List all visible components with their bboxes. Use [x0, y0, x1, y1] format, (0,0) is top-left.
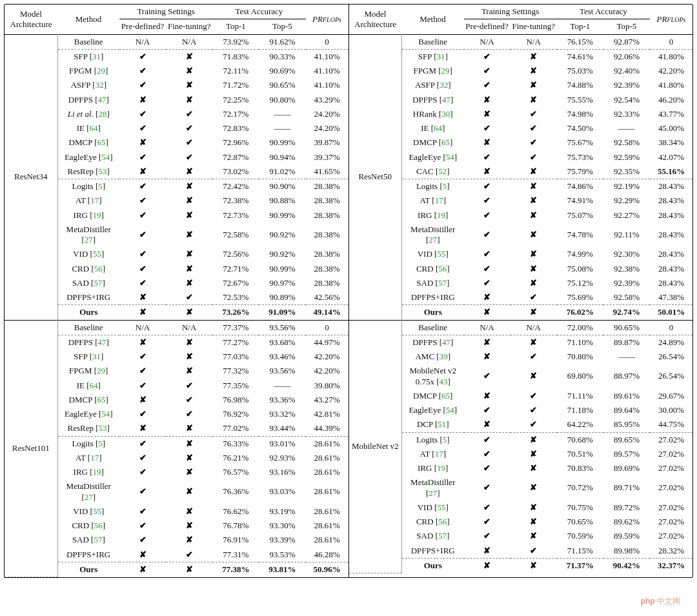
cell-top5: 93.46%: [259, 350, 305, 364]
cell-top1: 71.72%: [212, 78, 259, 92]
cell-prflops: 28.38%: [306, 179, 348, 194]
cell-finetune: ✘: [510, 223, 557, 248]
cell-top1: 72.00%: [557, 320, 603, 335]
cell-top5: 92.11%: [603, 223, 650, 248]
cell-prflops: 28.61%: [306, 465, 348, 479]
cell-finetune: ✔: [510, 389, 557, 403]
cell-prflops: 42.20%: [306, 364, 348, 378]
cell-top5: 90.89%: [259, 290, 305, 305]
cell-predefined: ✔: [119, 194, 166, 208]
cell-method: EagleEye [54]: [402, 150, 464, 164]
cell-top1: 72.96%: [212, 135, 259, 150]
cell-prflops: 41.65%: [306, 164, 348, 179]
cell-prflops: 24.20%: [306, 121, 348, 135]
cell-top5: 92.38%: [603, 262, 650, 276]
cell-method: Li et al. [28]: [57, 107, 119, 121]
cell-method: DPFPS [47]: [402, 335, 464, 350]
cell-finetune: ✘: [166, 364, 212, 378]
cell-predefined: ✔: [464, 475, 510, 501]
cell-finetune: ✔: [510, 350, 557, 364]
cell-prflops: 28.43%: [650, 179, 692, 194]
cell-top1: 70.65%: [557, 515, 603, 529]
cell-finetune: ✘: [166, 350, 212, 364]
cell-method: Ours: [402, 305, 464, 320]
cell-predefined: ✔: [464, 432, 510, 447]
table-row: ResNet50BaselineN/AN/A76.15%92.87%0: [349, 34, 693, 49]
col-prflops: PRFLOPs: [306, 5, 348, 34]
cell-method: Ours: [57, 305, 119, 320]
cell-top1: 73.02%: [212, 164, 259, 179]
cell-prflops: 28.38%: [306, 208, 348, 223]
cell-predefined: ✘: [464, 107, 510, 121]
cell-finetune: ✘: [510, 305, 557, 320]
cell-prflops: 41.10%: [306, 64, 348, 78]
cell-prflops: 42.07%: [650, 150, 692, 164]
cell-top1: 72.67%: [212, 276, 259, 290]
cell-method: MetaDistiller [27]: [57, 223, 119, 248]
cell-top1: 77.35%: [212, 379, 259, 393]
cell-predefined: ✔: [464, 78, 510, 92]
table-row: ResNet101BaselineN/AN/A77.37%93.56%0: [5, 320, 348, 335]
cell-top5: ——: [259, 379, 305, 393]
cell-predefined: ✔: [464, 194, 510, 208]
cell-top1: 77.37%: [212, 320, 259, 335]
cell-prflops: 27.02%: [650, 529, 692, 543]
cell-top5: 91.02%: [259, 164, 305, 179]
cell-prflops: 27.02%: [650, 501, 692, 515]
cell-prflops: 44.39%: [306, 421, 348, 436]
cell-prflops: 28.43%: [650, 276, 692, 290]
cell-method: AT [17]: [57, 194, 119, 208]
cell-top1: 76.92%: [212, 407, 259, 421]
cell-top5: 90.65%: [259, 78, 305, 92]
cell-finetune: ✘: [510, 179, 557, 194]
cell-finetune: N/A: [166, 320, 212, 335]
cell-finetune: ✘: [166, 504, 212, 519]
cell-predefined: ✔: [119, 364, 166, 378]
cell-top1: 77.03%: [212, 350, 259, 364]
cell-method: VID [55]: [57, 504, 119, 519]
cell-method: EagleEye [54]: [57, 407, 119, 421]
cell-top1: 72.25%: [212, 93, 259, 107]
cell-prflops: 26.54%: [650, 364, 692, 389]
cell-top5: 89.57%: [603, 447, 650, 461]
cell-top5: 93.68%: [259, 335, 305, 350]
cell-method: CRD [56]: [402, 262, 464, 276]
cell-finetune: ✘: [166, 305, 212, 320]
cell-method: Ours: [57, 562, 119, 577]
cell-finetune: ✘: [166, 421, 212, 436]
cell-finetune: ✘: [166, 247, 212, 261]
cell-finetune: ✘: [510, 447, 557, 461]
cell-top5: 90.94%: [259, 150, 305, 164]
cell-finetune: ✔: [166, 393, 212, 407]
cell-finetune: ✘: [510, 558, 557, 573]
cell-top5: 92.33%: [603, 107, 650, 121]
cell-prflops: 50.96%: [306, 562, 348, 577]
cell-predefined: ✔: [464, 461, 510, 475]
cell-top5: 93.56%: [259, 320, 305, 335]
col-predefined: Pre-defined?: [119, 19, 166, 34]
cell-method: Baseline: [57, 34, 119, 49]
cell-top5: 92.39%: [603, 78, 650, 92]
cell-method: AMC [39]: [402, 350, 464, 364]
cell-predefined: ✔: [119, 436, 166, 451]
col-method: Method: [402, 5, 464, 34]
cell-predefined: ✘: [119, 421, 166, 436]
cell-top5: 89.98%: [603, 544, 650, 559]
cell-top5: 93.44%: [259, 421, 305, 436]
cell-finetune: ✘: [166, 335, 212, 350]
cell-finetune: ✘: [510, 164, 557, 179]
cell-method: Logits [5]: [402, 179, 464, 194]
cell-finetune: ✘: [510, 194, 557, 208]
cell-finetune: ✘: [510, 276, 557, 290]
cell-method: DPFPS [47]: [57, 335, 119, 350]
cell-top1: 77.38%: [212, 562, 259, 577]
cell-finetune: ✔: [166, 407, 212, 421]
cell-method: EagleEye [54]: [57, 150, 119, 164]
cell-prflops: 43.77%: [650, 107, 692, 121]
cell-finetune: ✘: [510, 364, 557, 389]
cell-method: VID [55]: [402, 501, 464, 515]
cell-finetune: N/A: [166, 34, 212, 49]
cell-predefined: ✘: [464, 544, 510, 559]
cell-top1: 70.83%: [557, 461, 603, 475]
cell-method: IRG [19]: [402, 208, 464, 223]
